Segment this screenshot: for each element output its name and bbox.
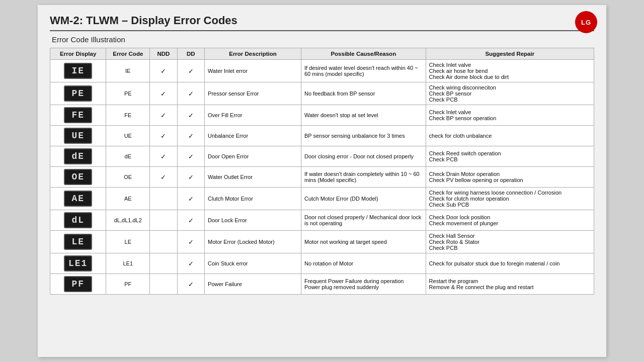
table-row: OEOE✓✓Water Outlet ErrorIf water doesn't… — [50, 167, 594, 188]
cell-dd: ✓ — [177, 167, 204, 188]
cell-code: OE — [106, 167, 150, 188]
cell-display: OE — [50, 167, 106, 188]
cell-description: Motor Error (Locked Motor) — [205, 231, 301, 253]
cell-code: UE — [106, 126, 150, 146]
cell-description: Door Lock Error — [205, 210, 301, 231]
cell-display: FE — [50, 105, 106, 126]
cell-dd: ✓ — [177, 126, 204, 146]
cell-repair: Check Inlet valve Check air hose for ben… — [426, 60, 594, 82]
cell-repair: Check Drain Motor operation Check PV bel… — [426, 167, 594, 188]
cell-description: Water Outlet Error — [205, 167, 301, 188]
cell-ndd: ✓ — [150, 146, 177, 167]
cell-cause: BP sensor sensing unbalance for 3 times — [301, 126, 426, 146]
table-row: AEAE✓Clutch Motor ErrorCutch Motor Error… — [50, 188, 594, 210]
cell-repair: Check Hall Sensor Check Roto & Stator Ch… — [426, 231, 594, 253]
cell-cause: If desired water level doesn't reach wit… — [301, 60, 426, 82]
table-row: PFPF✓Power FailureFrequent Power Failure… — [50, 274, 594, 295]
cell-description: Power Failure — [205, 274, 301, 295]
cell-repair: check for cloth unbalance — [426, 126, 594, 146]
display-icon: IE — [64, 63, 92, 79]
cell-description: Water Inlet error — [205, 60, 301, 82]
cell-display: LE — [50, 231, 106, 253]
display-icon: LE1 — [64, 255, 92, 272]
slide-container: LG WM-2: TLWM – Display Error Codes Erro… — [38, 5, 606, 357]
cell-display: LE1 — [50, 253, 106, 274]
cell-cause: Door closing error - Door not closed pro… — [301, 146, 426, 167]
th-desc: Error Description — [205, 48, 301, 60]
th-code: Error Code — [106, 48, 150, 60]
cell-description: Over Fill Error — [205, 105, 301, 126]
cell-display: PE — [50, 82, 106, 105]
table-row: PEPE✓✓Pressor sensor ErrorNo feedback fr… — [50, 82, 594, 105]
cell-display: dL — [50, 210, 106, 231]
cell-cause: Cutch Motor Error (DD Model) — [301, 188, 426, 210]
cell-code: dE — [106, 146, 150, 167]
cell-cause: Frequent Power Failure during operation … — [301, 274, 426, 295]
cell-description: Pressor sensor Error — [205, 82, 301, 105]
cell-dd: ✓ — [177, 146, 204, 167]
display-icon: OE — [64, 169, 92, 185]
cell-display: IE — [50, 60, 106, 82]
table-row: IEIE✓✓Water Inlet errorIf desired water … — [50, 60, 594, 82]
cell-repair: Check for wiring harness loose connectio… — [426, 188, 594, 210]
cell-code: IE — [106, 60, 150, 82]
table-row: UEUE✓✓Unbalance ErrorBP sensor sensing u… — [50, 126, 594, 146]
th-repair: Suggested Repair — [426, 48, 594, 60]
cell-dd: ✓ — [177, 60, 204, 82]
cell-cause: Water doesn't stop at set level — [301, 105, 426, 126]
cell-dd: ✓ — [177, 105, 204, 126]
th-ndd: NDD — [150, 48, 177, 60]
th-cause: Possible Cause/Reason — [301, 48, 426, 60]
cell-code: PF — [106, 274, 150, 295]
cell-dd: ✓ — [177, 274, 204, 295]
cell-ndd — [150, 253, 177, 274]
cell-ndd: ✓ — [150, 105, 177, 126]
cell-dd: ✓ — [177, 188, 204, 210]
cell-cause: If water doesn't drain completely within… — [301, 167, 426, 188]
cell-cause: Motor not working at target speed — [301, 231, 426, 253]
cell-code: AE — [106, 188, 150, 210]
cell-ndd: ✓ — [150, 167, 177, 188]
display-icon: FE — [64, 107, 92, 123]
cell-code: FE — [106, 105, 150, 126]
cell-dd: ✓ — [177, 210, 204, 231]
table-row: FEFE✓✓Over Fill ErrorWater doesn't stop … — [50, 105, 594, 126]
cell-repair: Check Inlet valve Check BP sensor operat… — [426, 105, 594, 126]
cell-ndd — [150, 231, 177, 253]
cell-display: UE — [50, 126, 106, 146]
cell-description: Unbalance Error — [205, 126, 301, 146]
cell-ndd — [150, 210, 177, 231]
cell-dd: ✓ — [177, 231, 204, 253]
cell-cause: No rotation of Motor — [301, 253, 426, 274]
error-codes-table: Error Display Error Code NDD DD Error De… — [50, 48, 594, 295]
th-display: Error Display — [50, 48, 106, 60]
table-row: LE1LE1✓Coin Stuck errorNo rotation of Mo… — [50, 253, 594, 274]
cell-ndd: ✓ — [150, 82, 177, 105]
cell-dd: ✓ — [177, 253, 204, 274]
cell-repair: Check Reed switch operation Check PCB — [426, 146, 594, 167]
cell-repair: Check wiring disconneciton Check BP sens… — [426, 82, 594, 105]
display-icon: dE — [64, 148, 92, 164]
cell-description: Coin Stuck error — [205, 253, 301, 274]
logo-text: LG — [581, 19, 591, 26]
table-row: LELE✓Motor Error (Locked Motor)Motor not… — [50, 231, 594, 253]
cell-display: dE — [50, 146, 106, 167]
cell-ndd: ✓ — [150, 60, 177, 82]
table-row: dEdE✓✓Door Open ErrorDoor closing error … — [50, 146, 594, 167]
cell-code: LE1 — [106, 253, 150, 274]
display-icon: UE — [64, 128, 92, 144]
cell-description: Clutch Motor Error — [205, 188, 301, 210]
cell-repair: Check for pulsator stuck due to foregin … — [426, 253, 594, 274]
cell-code: PE — [106, 82, 150, 105]
cell-dd: ✓ — [177, 82, 204, 105]
table-header-row: Error Display Error Code NDD DD Error De… — [50, 48, 594, 60]
logo: LG — [575, 11, 597, 33]
cell-ndd — [150, 188, 177, 210]
cell-ndd: ✓ — [150, 126, 177, 146]
page-title: WM-2: TLWM – Display Error Codes — [50, 14, 594, 31]
cell-repair: Check Door lock position Check movement … — [426, 210, 594, 231]
cell-code: dL,dL1,dL2 — [106, 210, 150, 231]
display-icon: PE — [64, 85, 92, 102]
table-row: dLdL,dL1,dL2✓Door Lock ErrorDoor not clo… — [50, 210, 594, 231]
display-icon: dL — [64, 212, 92, 228]
